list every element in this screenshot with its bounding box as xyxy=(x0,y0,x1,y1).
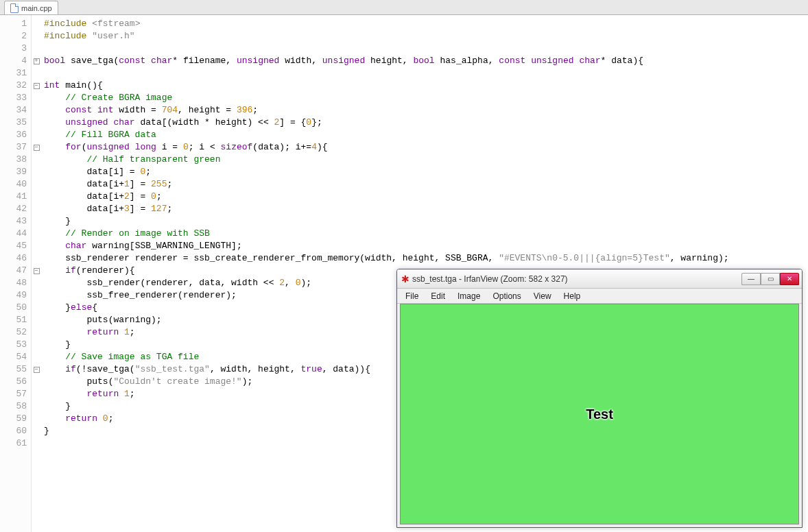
menu-bar: FileEditImageOptionsViewHelp xyxy=(397,289,802,304)
file-tab-main[interactable]: main.cpp xyxy=(4,1,58,14)
image-viewer-window[interactable]: ✱ ssb_test.tga - IrfanView (Zoom: 582 x … xyxy=(396,269,803,528)
line-number-gutter: 1234313233343536373839404142434445464748… xyxy=(0,15,32,532)
menu-help[interactable]: Help xyxy=(558,290,586,302)
minimize-button[interactable]: — xyxy=(741,273,761,285)
menu-edit[interactable]: Edit xyxy=(425,290,451,302)
maximize-button[interactable]: ▭ xyxy=(761,273,780,285)
titlebar[interactable]: ✱ ssb_test.tga - IrfanView (Zoom: 582 x … xyxy=(397,269,802,289)
window-controls: — ▭ ✕ xyxy=(741,273,799,285)
menu-file[interactable]: File xyxy=(400,290,424,302)
menu-options[interactable]: Options xyxy=(487,290,526,302)
image-canvas: Test xyxy=(401,304,798,524)
rendered-text: Test xyxy=(586,407,613,422)
irfanview-icon: ✱ xyxy=(401,274,409,285)
tab-bar: main.cpp xyxy=(0,0,808,15)
file-icon xyxy=(10,3,19,13)
menu-view[interactable]: View xyxy=(528,290,557,302)
window-title: ssb_test.tga - IrfanView (Zoom: 582 x 32… xyxy=(412,274,568,284)
fold-column: +−−−− xyxy=(32,15,41,532)
tab-filename: main.cpp xyxy=(21,4,52,12)
menu-image[interactable]: Image xyxy=(452,290,486,302)
close-button[interactable]: ✕ xyxy=(780,273,799,285)
ide-window: main.cpp 1234313233343536373839404142434… xyxy=(0,0,808,532)
image-canvas-frame: Test xyxy=(400,304,799,524)
